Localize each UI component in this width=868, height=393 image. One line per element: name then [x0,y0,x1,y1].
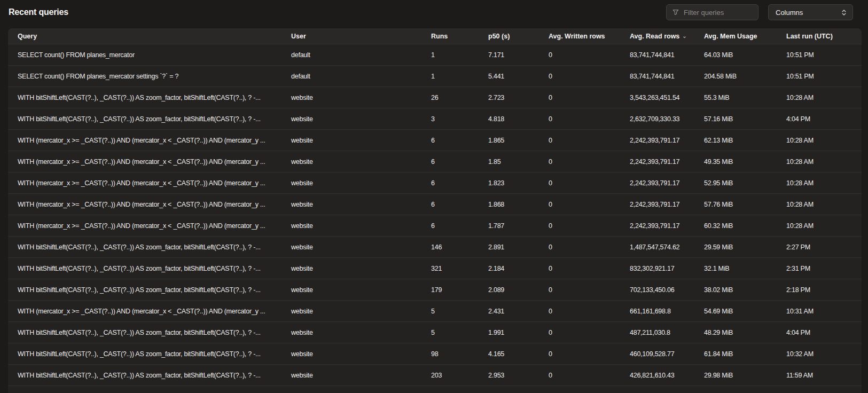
cell-runs: 5 [421,308,479,315]
cell-p50: 1.85 [479,158,539,166]
cell-user: website [281,308,421,315]
cell-p50: 2.089 [479,286,539,294]
filter-queries-box[interactable] [666,4,758,20]
columns-select[interactable]: Columns [768,4,853,20]
table-row[interactable]: WITH bitShiftLeft(CAST(?..), _CAST(?..))… [8,258,862,279]
cell-runs: 6 [421,158,479,166]
cell-query: WITH bitShiftLeft(CAST(?..), _CAST(?..))… [8,372,281,379]
cell-runs: 203 [421,372,479,379]
column-header-label: Last run (UTC) [786,33,833,40]
cell-query: SELECT count() FROM planes_mercator [8,51,281,59]
cell-read: 2,242,393,791.17 [620,137,694,144]
cell-user: website [281,158,421,166]
column-header-label: Runs [431,33,448,40]
cell-read: 426,821,610.43 [620,372,694,379]
cell-last_run: 10:28 AM [777,179,862,187]
table-row[interactable]: WITH bitShiftLeft(CAST(?..), _CAST(?..))… [8,343,862,365]
cell-p50: 1.865 [479,137,539,144]
cell-mem: 38.02 MiB [694,286,777,294]
cell-mem: 29.98 MiB [694,372,777,379]
cell-written: 0 [539,243,620,251]
cell-written: 0 [539,94,620,101]
table-row[interactable]: WITH (mercator_x >= _CAST(?..)) AND (mer… [8,172,862,194]
cell-runs: 1 [421,51,479,59]
cell-read: 460,109,528.77 [620,350,694,358]
table-row[interactable]: WITH bitShiftLeft(CAST(?..), _CAST(?..))… [8,322,862,343]
cell-runs: 6 [421,222,479,230]
toolbar-controls: Columns [666,4,853,20]
unfold-icon [841,9,847,16]
column-header-runs[interactable]: Runs [421,28,479,44]
cell-mem: 204.58 MiB [694,73,777,80]
cell-p50: 1.787 [479,222,539,230]
column-header-read[interactable]: Avg. Read rows⌄ [620,28,694,44]
cell-mem: 52.95 MiB [694,179,777,187]
cell-query: WITH bitShiftLeft(CAST(?..), _CAST(?..))… [8,329,281,336]
table-row[interactable]: WITH (mercator_x >= _CAST(?..)) AND (mer… [8,301,862,322]
column-header-last_run[interactable]: Last run (UTC) [777,28,862,44]
table-row[interactable]: WITH bitShiftLeft(CAST(?..), _CAST(?..))… [8,279,862,301]
cell-written: 0 [539,329,620,336]
table-row-partial[interactable] [8,386,862,393]
cell-last_run: 10:28 AM [777,201,862,208]
column-header-written[interactable]: Avg. Written rows [539,28,620,44]
table-row[interactable]: SELECT count() FROM planes_mercatordefau… [8,44,862,66]
top-bar: Recent queries Columns [0,0,868,25]
cell-p50: 4.818 [479,115,539,123]
cell-p50: 5.441 [479,73,539,80]
cell-query: WITH (mercator_x >= _CAST(?..)) AND (mer… [8,137,281,144]
cell-user: website [281,243,421,251]
cell-mem: 64.03 MiB [694,51,777,59]
cell-query: WITH (mercator_x >= _CAST(?..)) AND (mer… [8,308,281,315]
column-header-label: Query [18,33,37,40]
cell-runs: 1 [421,73,479,80]
table-row[interactable]: WITH (mercator_x >= _CAST(?..)) AND (mer… [8,130,862,151]
column-header-mem[interactable]: Avg. Mem Usage [694,28,777,44]
cell-read: 2,632,709,330.33 [620,115,694,123]
table-row[interactable]: WITH (mercator_x >= _CAST(?..)) AND (mer… [8,215,862,237]
cell-user: website [281,94,421,101]
table-row[interactable]: WITH bitShiftLeft(CAST(?..), _CAST(?..))… [8,365,862,386]
cell-last_run: 4:04 PM [777,329,862,336]
cell-runs: 6 [421,137,479,144]
cell-last_run: 2:31 PM [777,265,862,272]
page-title: Recent queries [9,7,68,17]
cell-last_run: 11:59 AM [777,372,862,379]
column-header-query[interactable]: Query [8,28,281,44]
cell-written: 0 [539,350,620,358]
cell-written: 0 [539,222,620,230]
cell-query: WITH bitShiftLeft(CAST(?..), _CAST(?..))… [8,243,281,251]
columns-select-label: Columns [776,9,803,17]
table-row[interactable]: WITH bitShiftLeft(CAST(?..), _CAST(?..))… [8,87,862,108]
table-header-row: QueryUserRunsp50 (s)Avg. Written rowsAvg… [8,28,862,44]
table-row[interactable]: SELECT count() FROM planes_mercator sett… [8,66,862,87]
cell-read: 3,543,263,451.54 [620,94,694,101]
cell-user: website [281,372,421,379]
cell-query: WITH bitShiftLeft(CAST(?..), _CAST(?..))… [8,265,281,272]
cell-runs: 98 [421,350,479,358]
cell-runs: 3 [421,115,479,123]
table-row[interactable]: WITH (mercator_x >= _CAST(?..)) AND (mer… [8,151,862,172]
cell-user: website [281,179,421,187]
column-header-label: Avg. Read rows [630,33,679,40]
cell-last_run: 2:18 PM [777,286,862,294]
column-header-user[interactable]: User [281,28,421,44]
filter-queries-input[interactable] [684,9,753,17]
table-row[interactable]: WITH (mercator_x >= _CAST(?..)) AND (mer… [8,194,862,215]
cell-mem: 48.29 MiB [694,329,777,336]
cell-last_run: 10:32 AM [777,350,862,358]
cell-last_run: 10:51 PM [777,73,862,80]
cell-p50: 1.868 [479,201,539,208]
cell-mem: 32.1 MiB [694,265,777,272]
table-row[interactable]: WITH bitShiftLeft(CAST(?..), _CAST(?..))… [8,108,862,130]
cell-last_run: 10:51 PM [777,51,862,59]
column-header-label: User [291,33,306,40]
cell-query: WITH bitShiftLeft(CAST(?..), _CAST(?..))… [8,350,281,358]
table-row[interactable]: WITH bitShiftLeft(CAST(?..), _CAST(?..))… [8,237,862,258]
cell-user: website [281,201,421,208]
column-header-label: Avg. Written rows [549,33,605,40]
cell-runs: 321 [421,265,479,272]
cell-p50: 1.823 [479,179,539,187]
cell-query: WITH (mercator_x >= _CAST(?..)) AND (mer… [8,222,281,230]
column-header-p50[interactable]: p50 (s) [479,28,539,44]
